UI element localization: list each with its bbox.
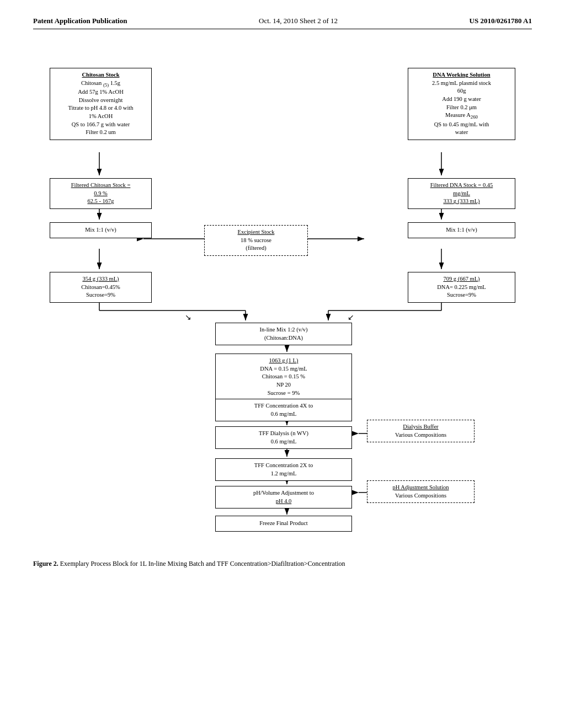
chitosan-stock-line1: Chitosan (5) 1.5g [54,79,147,88]
process-diagram: ↘ ↙ Chitosan Stock Chitosan (5) 1.5g [33,62,532,542]
chitosan-stock-box: Chitosan Stock Chitosan (5) 1.5g Add 57g… [50,68,152,140]
batch-result-line2: DNA = 0.15 mg/mL [220,365,348,373]
page-header: Patent Application Publication Oct. 14, … [33,17,532,29]
inline-mix-line2: (Chitosan:DNA) [220,334,348,342]
freeze-final-label: Freeze Final Product [219,520,348,528]
dna-mixed-line2: DNA= 0.225 mg/mL [412,283,511,292]
figure-caption: Figure 2. Exemplary Process Block for 1L… [33,559,364,569]
chitosan-stock-line3: Dissolve overnight [54,97,147,105]
dialysis-buffer-line2: Various Compositions [371,431,470,440]
chitosan-stock-line6: QS to 166.7 g with water [54,121,147,129]
tff-conc-4x-box: TFF Concentration 4X to 0.6 mg/mL [215,399,352,421]
chitosan-stock-title: Chitosan Stock [54,71,147,79]
dna-working-box: DNA Working Solution 2.5 mg/mL plasmid s… [408,68,515,140]
dna-mixed-line3: Sucrose=9% [412,291,511,299]
chitosan-stock-line2: Add 57g 1% AcOH [54,88,147,97]
chitosan-stock-line5: 1% AcOH [54,113,147,121]
dialysis-buffer-box: Dialysis Buffer Various Compositions [367,420,475,442]
figure-caption-bold: Figure 2. [33,560,58,568]
dna-mixed-line1: 709 g (667 mL) [412,275,511,283]
header-left: Patent Application Publication [33,17,127,25]
filtered-dna-line2: mg/mL [412,190,511,198]
excipient-line2: (filtered) [209,244,303,253]
header-right: US 2010/0261780 A1 [470,17,532,25]
ph-adjustment-box: pH/Volume Adjustment to pH 4.0 [215,486,352,508]
batch-result-line1: 1063 g (1 L) [220,357,348,365]
chitosan-mixed-line1: 354 g (333 mL) [54,275,147,283]
dialysis-buffer-line1: Dialysis Buffer [371,423,470,431]
chitosan-stock-line7: Filter 0.2 um [54,129,147,137]
inline-mix-line1: In-line Mix 1:2 (v/v) [220,326,348,334]
tff-conc-4x-line1: TFF Concentration 4X to [220,402,348,410]
tff-conc-2x-line2: 1.2 mg/mL [220,470,348,478]
chitosan-mixed-line3: Sucrose=9% [54,291,147,299]
svg-text:↘: ↘ [185,313,191,322]
dna-working-line2: 60g [412,87,511,95]
dna-mixed-box: 709 g (667 mL) DNA= 0.225 mg/mL Sucrose=… [408,272,515,303]
svg-text:↙: ↙ [348,313,354,322]
batch-result-line4: NP 20 [220,381,348,389]
filtered-chitosan-box: Filtered Chitosan Stock = 0.9 % 62.5 - 1… [50,178,152,209]
tff-dialysis-line1: TFF Dialysis (n WV) [220,430,348,438]
freeze-final-box: Freeze Final Product [215,516,352,532]
ph-adj-line1: pH/Volume Adjustment to [220,489,348,497]
header-center: Oct. 14, 2010 Sheet 2 of 12 [259,17,338,25]
chitosan-mixed-box: 354 g (333 mL) Chitosan=0.45% Sucrose=9% [50,272,152,303]
batch-result-box: 1063 g (1 L) DNA = 0.15 mg/mL Chitosan =… [215,354,352,400]
ph-adj-sol-line1: pH Adjustment Solution [371,484,470,492]
dna-working-line6: QS to 0.45 mg/mL with [412,121,511,129]
excipient-title: Excipient Stock [209,228,303,237]
excipient-stock-box: Excipient Stock 18 % sucrose (filtered) [204,225,308,256]
filtered-dna-line1: Filtered DNA Stock = 0.45 [412,181,511,190]
mix-right-label: Mix 1:1 (v/v) [412,226,511,234]
batch-result-line5: Sucrose = 9% [220,389,348,398]
filtered-chitosan-line2: 0.9 % [54,190,147,198]
dna-working-title: DNA Working Solution [412,71,511,79]
filtered-dna-line3: 333 g (333 mL) [412,197,511,206]
dna-working-line5: Measure A260 [412,111,511,120]
tff-conc-4x-line2: 0.6 mg/mL [220,410,348,419]
filtered-chitosan-line1: Filtered Chitosan Stock = [54,181,147,190]
chitosan-mixed-line2: Chitosan=0.45% [54,283,147,292]
filtered-dna-box: Filtered DNA Stock = 0.45 mg/mL 333 g (3… [408,178,515,209]
mix-right-box: Mix 1:1 (v/v) [408,222,515,238]
mix-left-box: Mix 1:1 (v/v) [50,222,152,238]
inline-mix-box: In-line Mix 1:2 (v/v) (Chitosan:DNA) [215,323,352,345]
dna-working-line1: 2.5 mg/mL plasmid stock [412,79,511,88]
batch-result-line3: Chitosan = 0.15 % [220,373,348,381]
page: Patent Application Publication Oct. 14, … [0,0,565,728]
ph-adj-sol-line2: Various Compositions [371,492,470,500]
tff-conc-2x-line1: TFF Concentration 2X to [220,462,348,470]
dna-working-line7: water [412,129,511,137]
chitosan-stock-line4: Titrate to pH 4.8 or 4.0 with [54,104,147,113]
ph-adj-line2: pH 4.0 [220,497,348,506]
tff-conc-2x-box: TFF Concentration 2X to 1.2 mg/mL [215,458,352,481]
dna-working-line4: Filter 0.2 μm [412,104,511,112]
tff-dialysis-line2: 0.6 mg/mL [220,438,348,446]
filtered-chitosan-line3: 62.5 - 167g [54,197,147,206]
dna-working-line3: Add 190 g water [412,95,511,104]
tff-dialysis-box: TFF Dialysis (n WV) 0.6 mg/mL [215,426,352,449]
excipient-line1: 18 % sucrose [209,237,303,245]
ph-adj-solution-box: pH Adjustment Solution Various Compositi… [367,480,475,503]
figure-caption-text: Exemplary Process Block for 1L In-line M… [58,560,345,568]
mix-left-label: Mix 1:1 (v/v) [54,226,148,234]
